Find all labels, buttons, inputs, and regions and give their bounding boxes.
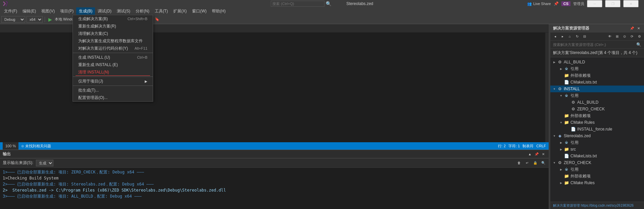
tree-node-all-build-deps[interactable]: 📁 外部依赖项 [550,72,644,79]
menu-clean-install[interactable]: 清理 INSTALL(N) [73,68,153,76]
solution-explorer-title: 解决方案资源管理器 [553,25,589,31]
ref-icon-stereolabs: ※ [564,140,569,145]
all-build-ref-label: 引用 [570,66,579,72]
menu-code-analysis[interactable]: 对解决方案运行代码分析(Y) Alt+F11 [73,45,153,52]
menu-generate-complete[interactable]: 为解决方案生成完整程序数据库文件 [73,37,153,45]
run-button[interactable]: ▶ [47,17,53,22]
search-input[interactable] [271,1,324,7]
tree-node-zero-check-cmake-rules[interactable]: ▶ 📁 CMake Rules [550,179,644,186]
menu-rebuild-solution[interactable]: 重新生成解决方案(R) [73,22,153,30]
tree-node-stereolabs-ref[interactable]: ▶ ※ 引用 [550,139,644,146]
output-content[interactable]: 1>——— 已启动全部重新生成: 项目: ZERO_CHECK，配置: Debu… [0,168,549,209]
search-icon[interactable]: 🔍 [326,1,331,6]
tree-node-install-deps[interactable]: 📁 外部依赖项 [550,112,644,119]
output-find-btn[interactable]: 🔍 [541,160,546,166]
menu-config-manager[interactable]: 配置管理器(O)... [73,94,153,101]
menu-item-debug[interactable]: 调试(D) [95,7,114,15]
se-filter-btn[interactable]: ⊞ [614,33,620,40]
se-pin-btn[interactable]: 📌 [629,26,635,31]
pin-icon[interactable]: 📌 [554,1,559,6]
tree-node-all-build[interactable]: ▶ ⚙ ALL_BUILD [550,59,644,65]
output-pin-btn[interactable]: 📌 [534,151,539,157]
tree-node-install[interactable]: ▼ ⚙ INSTALL [550,86,644,92]
se-home-btn[interactable]: ⌂ [566,33,573,40]
close-button[interactable]: ✕ [623,0,639,7]
zoom-level[interactable]: 100 % [3,142,18,150]
menu-item-build[interactable]: 生成(B) [76,7,95,15]
se-bottom-link[interactable]: 解决方案资源管理 https://blog.csdn.net/scy261983… [553,203,634,208]
tree-node-install-ref-allbuild[interactable]: ⚙ ALL_BUILD [550,99,644,106]
output-collapse-btn[interactable]: ▲ [527,151,533,157]
solution-search-icon[interactable]: 🔍 [636,42,641,47]
tree-node-install-ref[interactable]: ▼ ※ 引用 [550,92,644,99]
output-wordwrap-btn[interactable]: ↵ [524,160,530,166]
config-selector[interactable]: Debug Release [1,16,25,23]
install-deps-label: 外部依赖项 [570,113,591,119]
menu-item-analyze[interactable]: 分析(N) [133,7,152,15]
all-build-cmake-label: CMakeLists.txt [570,80,597,85]
menu-build-solution[interactable]: 生成解决方案(B) Ctrl+Shift+B [73,15,153,22]
zero-check-ref-label: 引用 [570,167,579,172]
se-refresh-btn[interactable]: ↻ [574,33,581,40]
menu-item-project[interactable]: 项目(P) [57,7,76,15]
expand-icon-all-build-ref: ▶ [558,66,564,71]
tree-node-install-ref-zerocheck[interactable]: ⚙ ZERO_CHECK [550,106,644,112]
allbuild-ref-icon: ⚙ [570,100,576,105]
minimize-button[interactable]: ─ [587,0,602,7]
solution-search-input[interactable] [553,43,636,47]
bookmark-btn[interactable]: 🔖 [153,16,161,23]
generate-complete-label: 为解决方案生成完整程序数据库文件 [78,38,143,44]
user-badge[interactable]: CS [561,1,570,6]
tree-node-stereolabs[interactable]: ▼ ◈ Stereolabs.zed [550,133,644,139]
stereolabs-icon: ◈ [557,133,562,139]
se-settings-btn[interactable]: ⚙ [636,33,643,40]
tree-node-install-cmake-rules[interactable]: ▼ 📁 CMake Rules [550,119,644,126]
platform-selector[interactable]: x64 x86 [27,16,43,23]
output-close-btn[interactable]: ✕ [541,151,546,157]
se-sync-btn[interactable]: ⟳ [629,33,635,40]
menu-item-view[interactable]: 视图(V) [39,7,57,15]
menu-item-window[interactable]: 窗口(W) [189,7,209,15]
output-lock-btn[interactable]: 🔒 [533,160,538,166]
ref-icon-install: ※ [564,93,569,98]
expand-icon-zero-check-deps [558,173,564,179]
menu-item-help[interactable]: 帮助(H) [209,7,228,15]
tree-node-zero-check[interactable]: ▼ ⚙ ZERO_CHECK [550,159,644,166]
menu-item-file[interactable]: 文件(F) [1,7,20,15]
admin-label: 管理员 [573,1,584,6]
menu-only-project[interactable]: 仅用于项目(J) ▶ [73,77,153,85]
tree-node-install-force-rule[interactable]: 📄 INSTALL_force.rule [550,126,644,133]
se-collapse-btn[interactable]: ⊟ [581,33,588,40]
menu-item-edit[interactable]: 编辑(E) [20,7,39,15]
menu-item-test[interactable]: 测试(S) [114,7,133,15]
underline-indicator [76,75,150,76]
se-forward-btn[interactable]: ▸ [559,33,566,40]
output-source-selector[interactable]: 生成 调试 常规 [36,160,53,166]
se-back-btn[interactable]: ◂ [552,33,558,40]
se-pending-btn[interactable]: ⊙ [621,33,628,40]
submenu-arrow-icon: ▶ [145,80,147,83]
se-close-btn[interactable]: ✕ [636,26,641,31]
output-clear-btn[interactable]: 🗑 [516,160,522,166]
solution-explorer-toolbar: ◂ ▸ ⌂ ↻ ⊟ 👁 ⊞ ⊙ ⟳ ⚙ [550,33,644,41]
menu-item-tools[interactable]: 工具(T) [152,7,171,15]
tree-node-stereolabs-src[interactable]: ▶ 📁 src [550,146,644,153]
expand-icon-all-build: ▶ [552,59,557,65]
restore-button[interactable]: ❐ [605,0,620,7]
cmake-rules-icon-zerocheck: 📁 [564,180,569,186]
tree-node-all-build-ref[interactable]: ▶ ※ 引用 [550,65,644,72]
menu-clean-solution[interactable]: 清理解决方案(C) [73,30,153,37]
output-title-bar: 输出 ▲ 📌 ✕ [0,150,549,158]
build-install-label: 生成 INSTALL (U) [78,55,110,60]
menu-build-install[interactable]: 生成 INSTALL (U) Ctrl+B [73,54,153,61]
tree-node-zero-check-deps[interactable]: 📁 外部依赖项 [550,173,644,179]
tree-node-all-build-cmake[interactable]: 📄 CMakeLists.txt [550,79,644,86]
menu-item-extensions[interactable]: 扩展(X) [171,7,189,15]
no-problems-indicator: ⊙ 未找到相关问题 [21,144,51,149]
tree-node-zero-check-ref[interactable]: ▶ ※ 引用 [550,166,644,173]
se-show-all-btn[interactable]: 👁 [606,33,613,40]
menu-rebuild-install[interactable]: 重新生成 INSTALL (E) [73,61,153,68]
live-share-button[interactable]: 👥 Live Share [527,2,551,6]
menu-batch-build[interactable]: 批生成(T)... [73,87,153,94]
tree-node-stereolabs-cmake[interactable]: 📄 CMakeLists.txt [550,153,644,159]
